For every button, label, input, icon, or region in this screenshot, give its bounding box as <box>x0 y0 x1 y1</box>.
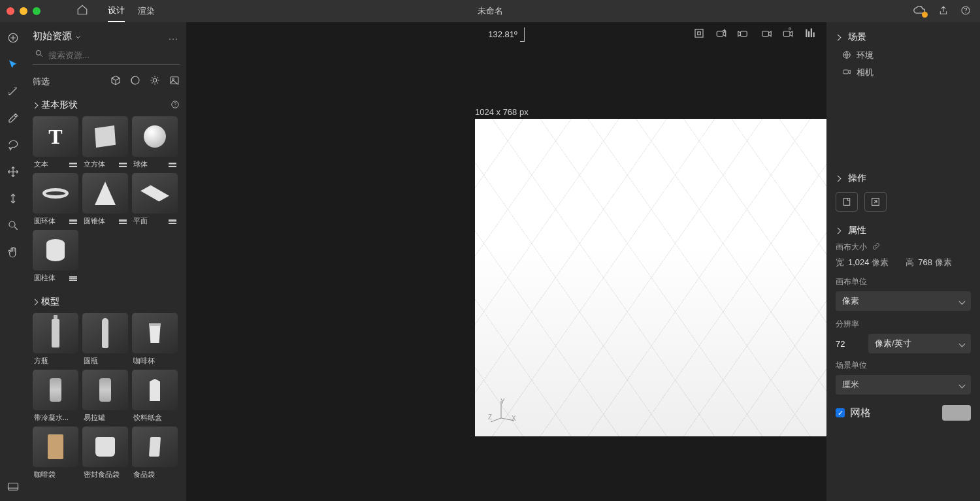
op-expand-button[interactable] <box>864 192 887 212</box>
svg-rect-21 <box>813 32 815 37</box>
frame-tool-icon[interactable] <box>693 27 705 41</box>
title-bar-right <box>913 5 971 18</box>
asset-coffee-cup[interactable]: 咖啡杯 <box>132 313 178 366</box>
scene-environment-item[interactable]: 环境 <box>826 47 980 64</box>
camera-prev-icon[interactable] <box>738 27 749 41</box>
share-icon[interactable] <box>938 5 949 18</box>
move-tool[interactable] <box>4 163 22 181</box>
asset-cube[interactable]: 立方体 <box>82 116 128 169</box>
filter-image-icon[interactable] <box>169 75 180 88</box>
grid-color-swatch[interactable] <box>942 405 971 421</box>
sliders-icon[interactable] <box>119 219 127 223</box>
svg-rect-20 <box>811 28 812 37</box>
asset-torus[interactable]: 圆环体 <box>33 173 78 226</box>
camera-next-icon[interactable] <box>760 27 772 41</box>
assets-library-dropdown[interactable]: 初始资源 <box>33 30 80 42</box>
add-tool[interactable] <box>4 29 22 47</box>
asset-sphere[interactable]: 球体 <box>132 116 178 169</box>
zoom-dropdown[interactable]: 132.81º <box>488 29 525 39</box>
link-icon[interactable] <box>872 242 880 252</box>
asset-soda-can[interactable]: 易拉罐 <box>82 370 128 423</box>
asset-coffee-bag[interactable]: 咖啡袋 <box>33 427 78 479</box>
asset-label: 咖啡袋 <box>34 470 56 479</box>
asset-label: 平面 <box>133 216 148 226</box>
asset-condensed-can[interactable]: 带冷凝水... <box>33 370 78 423</box>
filter-3d-icon[interactable] <box>110 75 121 88</box>
scene-unit-select[interactable]: 厘米 <box>836 375 971 395</box>
height-field[interactable]: 高768 像素 <box>906 257 951 268</box>
minimize-window-button[interactable] <box>20 7 27 15</box>
mode-tabs: 设计 渲染 <box>108 0 155 22</box>
scene-section-toggle[interactable]: 场景 <box>826 22 980 47</box>
axis-gizmo: Y X Z <box>489 397 515 425</box>
resolution-field[interactable]: 72 <box>836 339 862 349</box>
magic-wand-tool[interactable] <box>4 82 22 101</box>
sliders-icon[interactable] <box>69 276 77 280</box>
asset-beverage-carton[interactable]: 饮料纸盒 <box>132 370 178 423</box>
width-field[interactable]: 宽1,024 像素 <box>836 257 889 268</box>
sliders-icon[interactable] <box>119 162 127 167</box>
lasso-tool[interactable] <box>4 136 22 154</box>
filter-material-icon[interactable] <box>130 75 140 88</box>
properties-section-toggle[interactable]: 属性 <box>826 218 980 240</box>
section-models-toggle[interactable]: 模型 <box>33 296 59 308</box>
asset-cone[interactable]: 圆锥体 <box>82 173 128 226</box>
filter-light-icon[interactable] <box>150 75 160 88</box>
eyedropper-tool[interactable] <box>4 109 22 127</box>
op-page-button[interactable] <box>836 192 858 212</box>
canvas[interactable]: Y X Z <box>475 119 826 436</box>
zoom-tool[interactable] <box>4 216 22 234</box>
pan-tool[interactable] <box>4 243 22 261</box>
asset-label: 圆锥体 <box>84 216 105 226</box>
filter-label: 筛选 <box>33 76 50 88</box>
tab-design[interactable]: 设计 <box>108 0 125 22</box>
tab-render[interactable]: 渲染 <box>138 0 155 22</box>
section-help-icon[interactable] <box>171 100 180 111</box>
section-basic-shapes-toggle[interactable]: 基本形状 <box>33 99 78 111</box>
cloud-sync-icon[interactable] <box>913 6 926 17</box>
svg-rect-19 <box>808 31 809 37</box>
globe-icon <box>842 50 851 61</box>
assets-more-button[interactable]: … <box>168 31 180 42</box>
search-input[interactable] <box>33 46 180 65</box>
svg-rect-18 <box>806 29 807 37</box>
asset-round-bottle[interactable]: 圆瓶 <box>82 313 128 366</box>
scale-tool[interactable] <box>4 189 22 208</box>
chevron-down-icon <box>835 227 841 234</box>
svg-point-7 <box>153 78 156 82</box>
asset-plane[interactable]: 平面 <box>132 173 178 226</box>
asset-food-bag[interactable]: 食品袋 <box>132 427 178 479</box>
camera-bookmark-icon[interactable] <box>782 27 794 41</box>
svg-rect-16 <box>762 31 769 37</box>
asset-square-bottle[interactable]: 方瓶 <box>33 313 78 366</box>
viewport-3d[interactable]: 1024 x 768 px Y X Z <box>186 46 826 501</box>
maximize-window-button[interactable] <box>33 7 41 15</box>
asset-label: 易拉罐 <box>84 413 105 423</box>
close-window-button[interactable] <box>7 7 14 15</box>
asset-text[interactable]: T文本 <box>33 116 78 169</box>
chevron-down-icon <box>835 34 841 40</box>
render-settings-icon[interactable] <box>804 27 816 41</box>
camera-add-icon[interactable] <box>715 27 727 41</box>
sliders-icon[interactable] <box>69 162 77 167</box>
home-icon[interactable] <box>76 4 88 18</box>
svg-point-11 <box>174 106 175 106</box>
panel-toggle-icon[interactable] <box>4 480 22 493</box>
chevron-down-icon <box>520 27 525 42</box>
scene-camera-item[interactable]: 相机 <box>826 64 980 81</box>
asset-cylinder[interactable]: 圆柱体 <box>33 230 78 283</box>
resolution-unit-select[interactable]: 像素/英寸 <box>868 334 971 353</box>
asset-sealed-pouch[interactable]: 密封食品袋 <box>82 427 128 479</box>
grid-checkbox[interactable]: ✓ <box>836 408 845 417</box>
sliders-icon[interactable] <box>69 219 77 223</box>
sliders-icon[interactable] <box>169 219 176 223</box>
sliders-icon[interactable] <box>169 162 176 167</box>
asset-label: 方瓶 <box>34 356 48 366</box>
resolution-label: 分辨率 <box>826 317 980 331</box>
chevron-down-icon <box>835 175 841 182</box>
canvas-unit-select[interactable]: 像素 <box>836 291 971 311</box>
operations-section-toggle[interactable]: 操作 <box>826 166 980 188</box>
help-icon[interactable] <box>960 5 971 18</box>
select-tool[interactable] <box>4 56 22 74</box>
asset-label: 饮料纸盒 <box>133 413 162 423</box>
